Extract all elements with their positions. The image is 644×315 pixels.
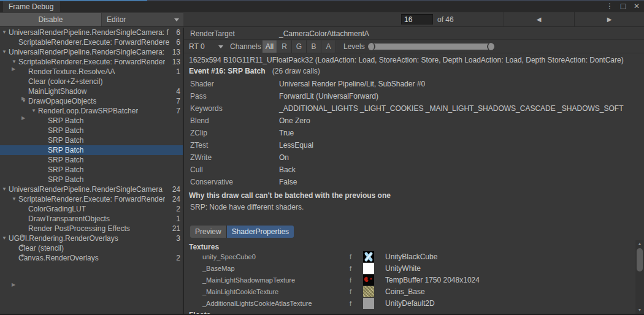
window-title: Frame Debug: [9, 2, 53, 11]
table-row[interactable]: _MainLightCookieTexture f Coins_Base: [184, 286, 635, 298]
texture-thumbnail-coins[interactable]: [363, 286, 374, 297]
table-row[interactable]: _MainLightShadowmapTexture f TempBuffer …: [184, 275, 635, 286]
frame-debugger-window: Frame Debug Disable Editor of 46 Univers…: [0, 0, 644, 315]
channel-buttons: All R G B A: [263, 40, 336, 53]
tree-item[interactable]: SRP Batch: [0, 165, 183, 175]
tree-item[interactable]: MainLightShadow4: [0, 86, 183, 96]
expand-icon[interactable]: [2, 184, 8, 194]
render-target-row: RenderTarget _CameraColorAttachmentA: [184, 27, 644, 40]
levels-min-handle[interactable]: [368, 43, 375, 50]
tree-item[interactable]: RenderLoop.DrawSRPBatcher7: [0, 106, 183, 116]
table-row: ZTestLessEqual: [184, 140, 644, 152]
texture-thumbnail-default2d[interactable]: [363, 298, 374, 309]
window-controls: [605, 1, 642, 11]
tree-item[interactable]: ScriptableRenderer.Execute: ForwardRende…: [0, 57, 183, 67]
tab-shader-properties[interactable]: ShaderProperties: [227, 226, 294, 238]
scrollbar-thumb[interactable]: [637, 248, 643, 271]
scroll-up-icon[interactable]: [635, 240, 644, 248]
tree-item[interactable]: ScriptableRenderer.Execute: ForwardRende…: [0, 37, 183, 47]
expand-icon[interactable]: [2, 233, 8, 243]
channel-all-button[interactable]: All: [263, 40, 277, 53]
levels-range-fill: [372, 44, 489, 50]
tree-item[interactable]: SRP Batch: [0, 126, 183, 135]
disable-button[interactable]: Disable: [0, 13, 101, 26]
channels-label: Channels: [230, 42, 261, 51]
expand-icon[interactable]: [12, 57, 18, 67]
tree-item[interactable]: Render PostProcessing Effects21: [0, 224, 183, 233]
titlebar: Frame Debug: [0, 0, 644, 12]
tree-item[interactable]: ColorGradingLUT2: [0, 204, 183, 214]
tree-item[interactable]: RenderTexture.ResolveAA1: [0, 67, 183, 77]
rt-dropdown[interactable]: RT 0: [186, 41, 226, 52]
detail-tabs: Preview ShaderProperties: [190, 226, 294, 238]
collapse-icon[interactable]: [12, 280, 183, 315]
table-row: Keywords_ADDITIONAL_LIGHTS _LIGHT_COOKIE…: [184, 103, 644, 115]
close-icon[interactable]: [632, 1, 642, 11]
previous-event-button[interactable]: [504, 12, 573, 26]
target-dropdown[interactable]: Editor: [102, 13, 183, 26]
channel-controls-row: RT 0 Channels All R G B A Levels: [184, 40, 644, 53]
event-tree: UniversalRenderPipeline.RenderSingleCame…: [0, 28, 183, 315]
expand-icon[interactable]: [21, 96, 28, 106]
channel-g-button[interactable]: G: [292, 40, 307, 53]
scroll-down-icon[interactable]: [635, 306, 644, 314]
expand-icon[interactable]: [12, 194, 18, 204]
event-number-input[interactable]: [401, 14, 433, 25]
disable-button-label: Disable: [38, 15, 63, 24]
chevron-down-icon: [218, 45, 223, 48]
tree-item[interactable]: Canvas.RenderOverlays2: [0, 253, 183, 263]
kebab-menu-icon[interactable]: [605, 1, 615, 11]
batching-info-heading: Why this draw call can't be batched with…: [189, 191, 391, 200]
table-row: ZWriteOn: [184, 152, 644, 164]
tree-item[interactable]: UniversalRenderPipeline.RenderSingleCame…: [0, 184, 183, 194]
channel-a-button[interactable]: A: [321, 40, 336, 53]
levels-max-handle[interactable]: [487, 43, 494, 50]
rt-dropdown-value: RT 0: [189, 42, 205, 51]
channel-r-button[interactable]: R: [277, 40, 292, 53]
texture-thumbnail-shadowmap[interactable]: [363, 275, 374, 286]
event-total-label: of 46: [437, 15, 454, 24]
render-target-value: _CameraColorAttachmentA: [279, 29, 369, 38]
table-row[interactable]: _BaseMap f UnityWhite: [184, 263, 635, 275]
tree-item[interactable]: SRP Batch: [0, 155, 183, 165]
tree-item-selected[interactable]: SRP Batch: [0, 145, 183, 155]
toolbar: Disable Editor of 46: [0, 12, 644, 27]
event-title: Event #16: SRP Batch: [189, 67, 266, 75]
tree-item[interactable]: SRP Batch: [0, 135, 183, 145]
tree-item[interactable]: SRP Batch: [0, 175, 183, 184]
tree-item[interactable]: DrawOpaqueObjects7: [0, 96, 183, 106]
texture-thumbnail-white[interactable]: [363, 263, 374, 274]
properties-scrollbar[interactable]: [635, 240, 644, 315]
maximize-icon[interactable]: [618, 1, 628, 11]
levels-label: Levels: [343, 42, 365, 51]
tree-item[interactable]: UniversalRenderPipeline.RenderSingleCame…: [0, 47, 183, 57]
tree-item[interactable]: ScriptableRenderer.Execute: ForwardRende…: [0, 194, 183, 204]
batching-info-reason: SRP: Node have different shaders.: [190, 203, 304, 211]
tab-preview[interactable]: Preview: [190, 226, 227, 238]
event-title-row: Event #16: SRP Batch (26 draw calls): [189, 67, 320, 75]
draw-call-count: (26 draw calls): [272, 67, 320, 75]
channel-b-button[interactable]: B: [307, 40, 321, 53]
texture-thumbnail-blackcube[interactable]: [363, 251, 374, 262]
next-event-button[interactable]: [574, 12, 644, 26]
table-row[interactable]: unity_SpecCube0 f UnityBlackCube: [184, 251, 635, 263]
tree-item[interactable]: UGUI.Rendering.RenderOverlays3: [0, 233, 183, 243]
render-target-label: RenderTarget: [190, 29, 235, 38]
levels-range-slider[interactable]: [368, 43, 494, 50]
table-row: ConservativeFalse: [184, 176, 644, 189]
surface-info: 1625x594 B10G11R11_UFloatPack32 (LoadAct…: [189, 56, 642, 64]
event-details-panel: RenderTarget _CameraColorAttachmentA RT …: [184, 27, 644, 315]
table-row: BlendOne Zero: [184, 115, 644, 127]
expand-icon[interactable]: [31, 106, 37, 116]
table-row[interactable]: _AdditionalLightsCookieAtlasTexture f Un…: [184, 298, 635, 309]
expand-icon[interactable]: [2, 47, 8, 57]
tree-item[interactable]: Clear (stencil): [0, 243, 183, 253]
tab-frame-debug[interactable]: Frame Debug: [3, 1, 60, 12]
tree-item[interactable]: DrawTransparentObjects1: [0, 214, 183, 224]
textures-table: unity_SpecCube0 f UnityBlackCube _BaseMa…: [184, 251, 635, 309]
tree-item[interactable]: SRP Batch: [0, 116, 183, 126]
table-row: ZClipTrue: [184, 127, 644, 140]
expand-icon[interactable]: [2, 28, 8, 37]
tree-item[interactable]: Clear (color+Z+stencil): [0, 77, 183, 86]
tree-item[interactable]: UniversalRenderPipeline.RenderSingleCame…: [0, 28, 183, 37]
